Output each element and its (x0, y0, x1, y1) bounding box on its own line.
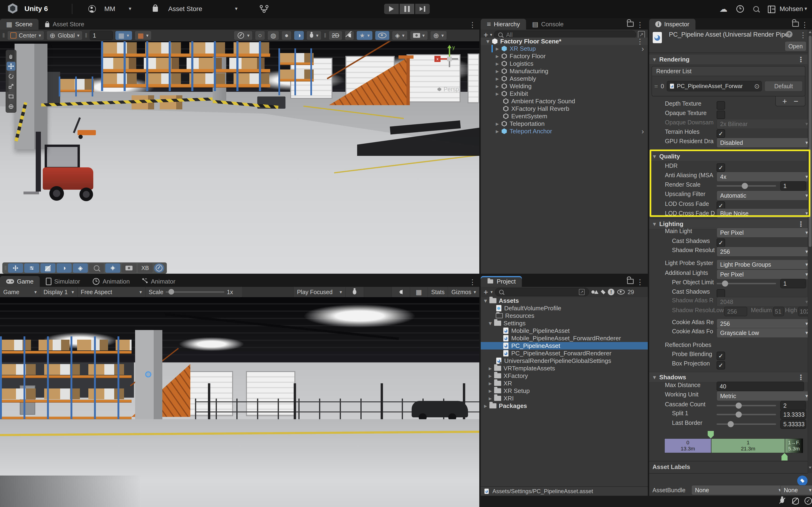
version-control-icon[interactable] (259, 5, 269, 14)
game-panel-menu-icon[interactable] (469, 278, 476, 286)
shading-wireframe-button[interactable] (255, 31, 265, 40)
section-menu-icon[interactable] (798, 373, 805, 382)
open-button[interactable]: Open (785, 41, 806, 51)
game-gizmos-dropdown[interactable]: Gizmos (448, 287, 479, 297)
split1-thumb[interactable] (735, 411, 742, 417)
tab-scene[interactable]: Scene (0, 19, 39, 30)
project-lock-icon[interactable] (627, 276, 634, 285)
terrain-holes-checkbox[interactable] (717, 129, 725, 138)
project-item[interactable]: XRI (481, 395, 648, 402)
camera-view-button[interactable] (234, 31, 253, 40)
account-menu[interactable]: MM (104, 5, 115, 13)
overlay-probes-button[interactable] (73, 263, 88, 273)
label-filter-icon[interactable] (601, 290, 605, 294)
cascade-segment-0[interactable]: 013.3m (665, 439, 711, 453)
game-viewport[interactable] (0, 297, 479, 507)
project-item[interactable]: XR (481, 380, 648, 387)
hierarchy-item[interactable]: Factory Floor (481, 52, 648, 60)
2d-view-toggle[interactable]: 2D (329, 31, 342, 40)
per-object-limit-field[interactable]: 1 (780, 279, 806, 288)
hierarchy-item[interactable]: Ambient Factory Sound (481, 97, 648, 105)
tab-project[interactable]: Project (481, 276, 522, 287)
transform-tool[interactable] (7, 102, 15, 111)
hierarchy-item[interactable]: Teleportation (481, 120, 648, 127)
hierarchy-item-xr-setup[interactable]: XR Setup (481, 45, 648, 52)
overlay-xb-button[interactable]: XB (138, 263, 153, 273)
working-unit-dropdown[interactable]: Metric (717, 391, 811, 401)
hierarchy-item[interactable]: XFactory Hall Reverb (481, 105, 648, 112)
render-scale-thumb[interactable] (742, 183, 748, 189)
foldout-closed-icon[interactable] (496, 45, 499, 52)
project-item[interactable]: DefaultVolumeProfile (481, 304, 648, 312)
inspector-menu-icon[interactable] (801, 21, 808, 29)
hierarchy-lock-icon[interactable] (627, 19, 634, 28)
last-border-slider[interactable] (717, 424, 776, 425)
overlay-drag-handle[interactable] (4, 265, 7, 272)
importance-filter-icon[interactable] (608, 289, 614, 295)
project-item[interactable]: XR Setup (481, 387, 648, 395)
depth-texture-checkbox[interactable] (717, 101, 725, 110)
asset-store-chevron-icon[interactable] (235, 6, 238, 12)
project-item[interactable]: PC_PipelineAsset_ForwardRenderer (481, 349, 648, 357)
tool-handle-pivot-button[interactable]: Center (7, 31, 44, 40)
split1-slider[interactable] (717, 414, 776, 415)
render-scale-field[interactable]: 1 (780, 181, 806, 190)
additional-lights-dropdown[interactable]: Per Pixel (717, 270, 811, 279)
project-menu-icon[interactable] (637, 278, 644, 286)
anti-aliasing-dropdown[interactable]: 4x (717, 172, 811, 182)
section-menu-icon[interactable] (798, 220, 805, 228)
project-item[interactable]: UniversalRenderPipelineGlobalSettings (481, 357, 648, 364)
asset-store-menu[interactable]: Asset Store (168, 5, 202, 13)
tab-game[interactable]: Game (0, 276, 40, 287)
scene-visibility-toggle[interactable] (375, 31, 390, 40)
effects-toggle[interactable] (356, 31, 373, 40)
scene-camera-settings-button[interactable] (410, 31, 428, 40)
hdr-checkbox[interactable] (717, 163, 725, 172)
play-button[interactable] (384, 4, 399, 14)
project-add-button[interactable] (484, 288, 488, 297)
upscaling-filter-dropdown[interactable]: Automatic (717, 190, 811, 201)
project-search-input[interactable] (507, 288, 576, 295)
tab-asset-store[interactable]: Asset Store (39, 19, 90, 30)
tab-animation[interactable]: Animation (86, 276, 136, 287)
game-scale-thumb[interactable] (168, 289, 174, 294)
asset-filter-icon[interactable] (591, 289, 598, 295)
scene-panel-menu-icon[interactable] (469, 21, 476, 29)
overlay-search-button[interactable] (89, 263, 104, 273)
shading-lit-button[interactable] (294, 31, 304, 40)
section-menu-icon[interactable] (798, 55, 805, 64)
search-icon[interactable] (753, 6, 759, 13)
pause-button[interactable] (400, 4, 414, 14)
additional-cast-shadows-checkbox[interactable] (717, 289, 725, 298)
overlay-center-button[interactable] (105, 263, 120, 273)
overlay-view-options-button[interactable] (24, 263, 39, 273)
project-item[interactable]: Resources (481, 312, 648, 320)
renderer-default-button[interactable]: Default (765, 81, 803, 91)
project-search[interactable] (495, 288, 589, 296)
cookie-atlas-format-dropdown[interactable]: Grayscale Low (717, 328, 811, 338)
cache-server-disabled-icon[interactable] (792, 498, 799, 506)
prefab-open-chevron[interactable] (642, 127, 644, 136)
add-label-button[interactable] (797, 475, 808, 486)
main-light-dropdown[interactable]: Per Pixel (717, 228, 811, 237)
progress-ok-icon[interactable] (805, 497, 812, 505)
hierarchy-menu-icon[interactable] (637, 21, 644, 29)
inspector-scrollbar[interactable] (808, 30, 812, 473)
toolbar-drag-handle[interactable] (2, 32, 5, 39)
step-button[interactable] (415, 4, 430, 14)
object-picker-icon[interactable] (754, 82, 760, 90)
per-object-limit-thumb[interactable] (722, 280, 728, 287)
split1-field[interactable]: 13.3333 (780, 410, 806, 419)
lod-cross-fade-dither-dropdown[interactable]: Blue Noise (717, 209, 811, 218)
layers-button[interactable] (392, 31, 407, 40)
debugger-disabled-icon[interactable] (780, 498, 784, 504)
last-border-thumb[interactable] (728, 421, 734, 427)
account-chevron-icon[interactable] (129, 6, 131, 12)
project-search-expand-icon[interactable] (579, 289, 585, 295)
hierarchy-item[interactable]: Welding (481, 82, 648, 90)
project-item[interactable]: VRTemplateAssets (481, 364, 648, 372)
rotate-tool[interactable] (7, 72, 15, 81)
user-menu[interactable]: Mohsen (779, 5, 803, 13)
game-vsync-button[interactable] (410, 287, 428, 297)
prefab-open-chevron[interactable] (642, 44, 644, 53)
